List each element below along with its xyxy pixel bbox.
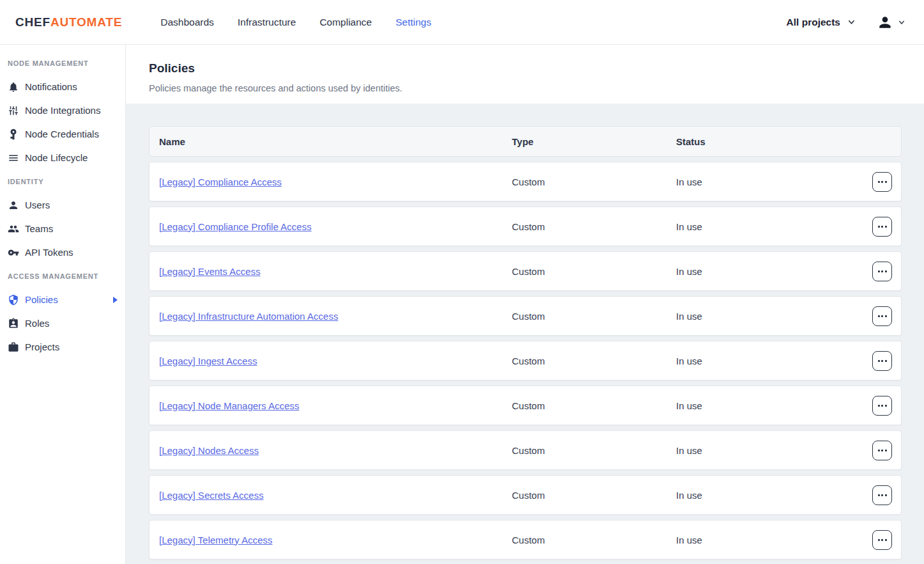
sidebar-item-label: Teams: [25, 223, 53, 234]
sidebar-item-label: API Tokens: [25, 247, 73, 258]
ellipsis-icon: [885, 226, 887, 228]
ellipsis-icon: [885, 360, 887, 362]
page-header: Policies Policies manage the resources a…: [126, 45, 924, 104]
table-row: [Legacy] Compliance Access Custom In use: [149, 162, 902, 201]
policy-status: In use: [676, 535, 872, 545]
sidebar-item-label: Projects: [25, 341, 59, 352]
policy-name-link[interactable]: [Legacy] Node Managers Access: [159, 400, 512, 411]
policy-name-link[interactable]: [Legacy] Infrastructure Automation Acces…: [159, 311, 512, 322]
policy-status: In use: [676, 400, 872, 411]
ellipsis-icon: [881, 315, 883, 317]
briefcase-icon: [8, 341, 19, 353]
policy-type: Custom: [512, 311, 676, 322]
ellipsis-icon: [881, 360, 883, 362]
row-menu-button[interactable]: [872, 530, 892, 550]
policy-name-link[interactable]: [Legacy] Compliance Profile Access: [159, 221, 512, 232]
table-row: [Legacy] Telemetry Access Custom In use: [149, 520, 902, 560]
shield-icon: [8, 294, 19, 306]
policy-name-link[interactable]: [Legacy] Ingest Access: [159, 356, 512, 366]
sidebar-item-policies[interactable]: Policies: [0, 288, 125, 311]
projects-filter-dropdown[interactable]: All projects: [787, 17, 855, 28]
badge-person-icon: [8, 318, 19, 329]
chef-automate-logo[interactable]: CHEFAUTOMATE: [15, 15, 122, 29]
bell-icon: [8, 81, 19, 93]
table-row: [Legacy] Nodes Access Custom In use: [149, 430, 902, 470]
policy-status: In use: [676, 266, 872, 277]
ellipsis-icon: [885, 315, 887, 317]
ellipsis-icon: [878, 405, 880, 407]
sidebar-item-label: Notifications: [25, 81, 77, 92]
row-menu-button[interactable]: [872, 441, 892, 460]
ellipsis-icon: [881, 494, 883, 496]
nav-compliance[interactable]: Compliance: [320, 17, 372, 28]
top-navigation-bar: CHEFAUTOMATE Dashboards Infrastructure C…: [0, 0, 924, 45]
table-row: [Legacy] Compliance Profile Access Custo…: [149, 207, 902, 246]
sidebar-item-label: Node Credentials: [25, 129, 99, 139]
policy-status: In use: [676, 176, 872, 187]
column-header-name: Name: [159, 136, 512, 147]
sidebar-item-label: Policies: [25, 294, 58, 305]
ellipsis-icon: [878, 539, 880, 541]
logo-automate-text: AUTOMATE: [50, 15, 122, 29]
page-subtitle: Policies manage the resources and action…: [149, 83, 924, 93]
sidebar-item-label: Node Integrations: [25, 105, 100, 116]
table-row: [Legacy] Secrets Access Custom In use: [149, 475, 902, 515]
sidebar-item-projects[interactable]: Projects: [0, 335, 125, 359]
policy-type: Custom: [512, 356, 676, 366]
chevron-down-icon: [898, 19, 905, 26]
policy-status: In use: [676, 490, 872, 501]
sidebar-item-users[interactable]: Users: [0, 193, 125, 217]
ellipsis-icon: [885, 494, 887, 496]
table-body: [Legacy] Compliance Access Custom In use…: [149, 162, 902, 560]
person-icon: [8, 200, 19, 211]
row-menu-button[interactable]: [872, 172, 892, 192]
policy-type: Custom: [512, 445, 676, 456]
ellipsis-icon: [878, 181, 880, 183]
ellipsis-icon: [881, 539, 883, 541]
sidebar-item-node-lifecycle[interactable]: Node Lifecycle: [0, 146, 125, 169]
ellipsis-icon: [881, 181, 883, 183]
nav-infrastructure[interactable]: Infrastructure: [238, 17, 296, 28]
table-header-row: Name Type Status: [149, 126, 902, 157]
user-menu[interactable]: [877, 14, 905, 31]
settings-sidebar: NODE MANAGEMENT Notifications Node Integ…: [0, 45, 126, 564]
sidebar-item-label: Node Lifecycle: [25, 152, 88, 163]
ellipsis-icon: [881, 226, 883, 228]
ellipsis-icon: [881, 270, 883, 272]
row-menu-button[interactable]: [872, 351, 892, 371]
table-row: [Legacy] Infrastructure Automation Acces…: [149, 296, 902, 336]
sidebar-item-node-credentials[interactable]: Node Credentials: [0, 122, 125, 146]
ellipsis-icon: [878, 315, 880, 317]
ellipsis-icon: [878, 360, 880, 362]
list-icon: [8, 152, 19, 164]
policy-name-link[interactable]: [Legacy] Compliance Access: [159, 176, 512, 187]
sidebar-item-node-integrations[interactable]: Node Integrations: [0, 98, 125, 122]
policy-name-link[interactable]: [Legacy] Events Access: [159, 266, 512, 277]
ellipsis-icon: [881, 405, 883, 407]
policy-type: Custom: [512, 400, 676, 411]
sidebar-item-teams[interactable]: Teams: [0, 217, 125, 240]
ellipsis-icon: [885, 270, 887, 272]
row-menu-button[interactable]: [872, 306, 892, 326]
sidebar-item-roles[interactable]: Roles: [0, 311, 125, 335]
row-menu-button[interactable]: [872, 217, 892, 237]
policies-table: Name Type Status [Legacy] Compliance Acc…: [126, 104, 924, 560]
nav-dashboards[interactable]: Dashboards: [160, 17, 214, 28]
policy-name-link[interactable]: [Legacy] Nodes Access: [159, 445, 512, 456]
ellipsis-icon: [878, 270, 880, 272]
nav-settings[interactable]: Settings: [396, 17, 431, 28]
policy-name-link[interactable]: [Legacy] Telemetry Access: [159, 535, 512, 545]
main-nav: Dashboards Infrastructure Compliance Set…: [160, 17, 431, 28]
section-node-management: NODE MANAGEMENT: [0, 51, 125, 75]
topnav-right: All projects: [787, 14, 909, 31]
logo-chef-text: CHEF: [15, 15, 50, 29]
table-row: [Legacy] Ingest Access Custom In use: [149, 341, 902, 380]
sidebar-item-notifications[interactable]: Notifications: [0, 75, 125, 98]
sidebar-item-api-tokens[interactable]: API Tokens: [0, 240, 125, 264]
row-menu-button[interactable]: [872, 396, 892, 416]
policy-name-link[interactable]: [Legacy] Secrets Access: [159, 490, 512, 501]
row-menu-button[interactable]: [872, 262, 892, 281]
sliders-icon: [8, 105, 19, 116]
row-menu-button[interactable]: [872, 485, 892, 505]
policy-type: Custom: [512, 535, 676, 545]
